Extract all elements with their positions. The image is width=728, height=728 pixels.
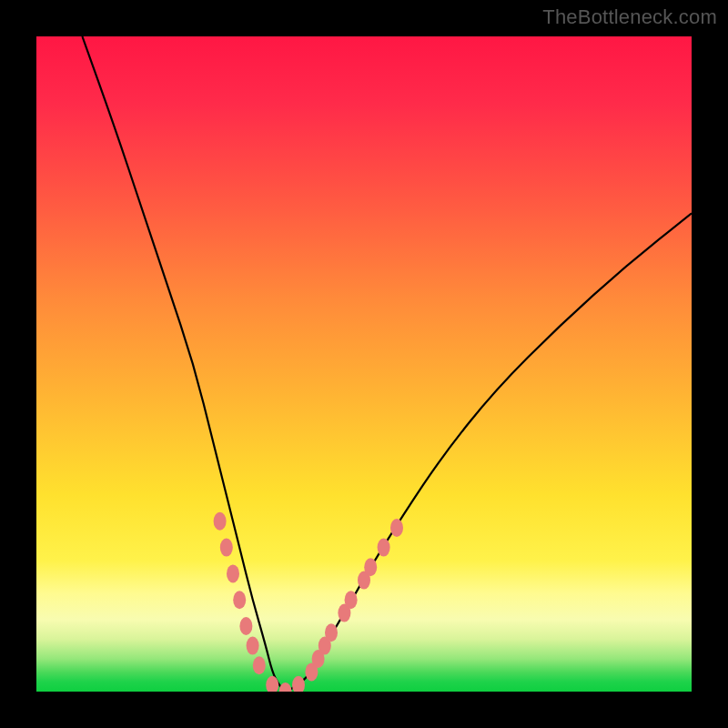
curve-marker (247, 637, 259, 655)
curve-marker (266, 676, 278, 692)
curve-marker (292, 676, 305, 692)
curve-marker (378, 539, 390, 557)
curve-marker (305, 662, 318, 681)
curve-marker (364, 558, 377, 576)
curve-marker (220, 539, 233, 557)
curve-marker (233, 591, 246, 609)
curve-marker (345, 591, 358, 609)
curve-layer (36, 36, 692, 692)
plot-area (36, 36, 692, 692)
curve-marker (253, 656, 266, 674)
watermark-text: TheBottleneck.com (542, 5, 717, 29)
marker-group (214, 512, 403, 692)
curve-marker (325, 623, 338, 642)
curve-marker (338, 604, 350, 622)
curve-marker (239, 617, 252, 635)
curve-marker (279, 682, 292, 692)
curve-marker (312, 650, 325, 668)
curve-marker (390, 519, 403, 537)
curve-marker (214, 512, 227, 531)
bottleneck-curve-path (82, 36, 692, 690)
curve-marker (318, 637, 331, 655)
chart-frame: TheBottleneck.com (0, 0, 728, 728)
curve-marker (227, 564, 239, 582)
curve-marker (358, 571, 370, 590)
